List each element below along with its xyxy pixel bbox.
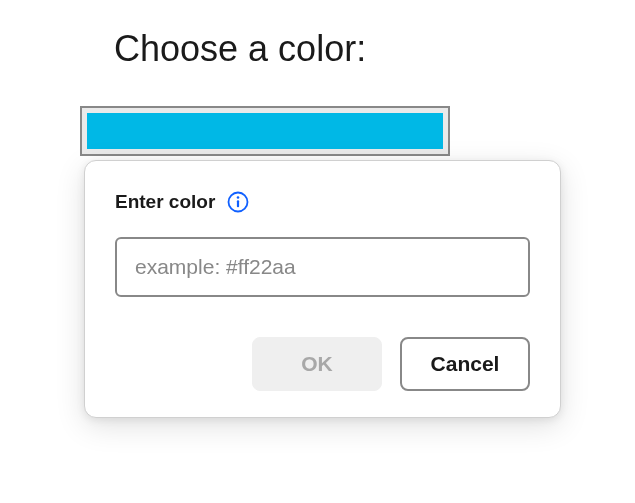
color-preview-frame[interactable] <box>80 106 450 156</box>
ok-button[interactable]: OK <box>252 337 382 391</box>
dialog-title: Enter color <box>115 191 215 213</box>
enter-color-dialog: Enter color OK Cancel <box>84 160 561 418</box>
svg-point-1 <box>237 196 240 199</box>
dialog-footer: OK Cancel <box>115 337 530 391</box>
page-title: Choose a color: <box>114 28 366 70</box>
svg-rect-2 <box>237 200 239 207</box>
cancel-button[interactable]: Cancel <box>400 337 530 391</box>
color-input[interactable] <box>115 237 530 297</box>
dialog-header: Enter color <box>115 191 530 213</box>
color-swatch <box>87 113 443 149</box>
info-icon[interactable] <box>227 191 249 213</box>
